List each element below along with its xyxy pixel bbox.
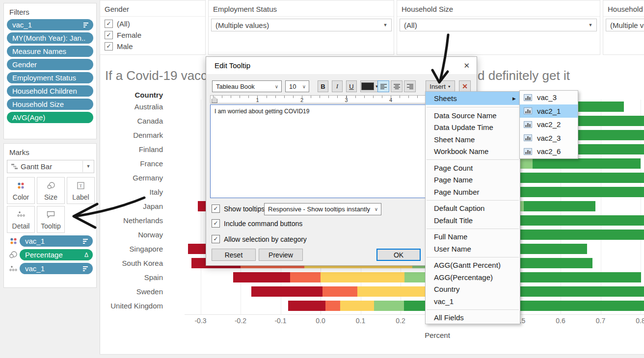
insert-menu-item-page-name[interactable]: Page Name [426, 174, 520, 186]
insert-menu-item-sheets[interactable]: Sheets▶ [426, 92, 520, 105]
allow-selection-checkbox-row[interactable]: ✓ Allow selection by category [212, 235, 307, 243]
country-label-netherlands[interactable]: Netherlands [99, 216, 163, 225]
marks-button-size[interactable]: Size [37, 177, 65, 204]
insert-menu-item-default-caption[interactable]: Default Caption [426, 203, 520, 215]
bar-segment-sweden-strongly-disagree[interactable] [251, 286, 322, 297]
field-pill-vac-1[interactable]: vac_1 [20, 263, 93, 274]
field-pill-employment-status[interactable]: Employment Status [7, 72, 93, 83]
checkbox-checked-icon[interactable]: ✓ [105, 20, 113, 28]
country-label-norway[interactable]: Norway [99, 230, 163, 239]
bar-segment-united-kingdom-strongly-disagree[interactable] [288, 301, 325, 311]
bar-segment-spain-disagree[interactable] [290, 272, 321, 282]
bar-segment-united-kingdom-neutral[interactable] [340, 301, 374, 311]
bar-segment-south-korea-strongly-agree[interactable] [512, 258, 592, 268]
close-icon[interactable]: ✕ [463, 61, 470, 70]
submenu-item-vac_3[interactable]: vac_3 [520, 91, 578, 104]
marks-button-detail[interactable]: Detail [7, 206, 35, 233]
country-label-united-kingdom[interactable]: United Kingdom [99, 302, 163, 310]
bar-segment-spain-neutral[interactable] [321, 272, 404, 282]
field-pill-percentage[interactable]: PercentageΔ [20, 249, 93, 260]
marks-button-label[interactable]: TLabel [67, 177, 95, 204]
field-pill-avg-age-[interactable]: AVG(Age) [7, 112, 93, 123]
include-command-buttons-checkbox-row[interactable]: ✓ Include command buttons [212, 219, 302, 228]
bar-segment-sweden-disagree[interactable] [322, 286, 357, 297]
insert-menu-item-sheet-name[interactable]: Sheet Name [426, 133, 520, 146]
tooltip-mode-select[interactable]: Responsive - Show tooltips instantly ∨ [264, 203, 381, 215]
country-label-canada[interactable]: Canada [99, 117, 163, 125]
insert-button[interactable]: Insert ▼ [426, 80, 455, 92]
country-label-italy[interactable]: Italy [99, 188, 163, 196]
field-pill-measure-names[interactable]: Measure Names [7, 46, 93, 57]
ok-button[interactable]: OK [376, 249, 421, 261]
insert-menu-item-agg-percentage-[interactable]: AGG(Percentage) [426, 271, 520, 283]
submenu-item-vac2_3[interactable]: vac2_3 [520, 131, 578, 145]
country-label-south-korea[interactable]: South Korea [99, 259, 163, 267]
insert-menu-item-page-count[interactable]: Page Count [426, 162, 520, 174]
marks-button-color[interactable]: Color [7, 177, 35, 204]
household-children-filter-dropdown[interactable]: (Multiple valu [606, 19, 644, 31]
gender-option-all[interactable]: ✓(All) [105, 20, 205, 28]
dialog-titlebar[interactable]: Edit Tooltip ✕ [206, 57, 477, 74]
checkbox-checked-icon[interactable]: ✓ [105, 31, 113, 39]
field-pill-vac-1[interactable]: vac_1 [7, 19, 93, 30]
field-pill-household-size[interactable]: Household Size [7, 99, 93, 110]
font-color-button[interactable]: ▼ [360, 80, 379, 92]
gender-option-female[interactable]: ✓Female [105, 31, 205, 39]
country-label-australia[interactable]: Australia [99, 102, 163, 111]
insert-menu-item-vac-1[interactable]: vac_1 [426, 295, 520, 307]
insert-menu-item-page-number[interactable]: Page Number [426, 186, 520, 198]
bar-segment-united-kingdom-agree[interactable] [374, 301, 404, 311]
bold-button[interactable]: B [318, 80, 328, 92]
delete-text-button[interactable]: ✕ [459, 80, 471, 92]
bar-segment-singapore-strongly-agree[interactable] [509, 244, 587, 254]
checkbox-checked-icon[interactable]: ✓ [212, 219, 220, 228]
bar-segment-france-strongly-agree[interactable] [533, 158, 641, 169]
country-label-finland[interactable]: Finland [99, 145, 163, 153]
field-pill-vac-1[interactable]: vac_1 [20, 235, 93, 247]
checkbox-checked-icon[interactable]: ✓ [212, 235, 220, 243]
bar-segment-spain-strongly-disagree[interactable] [233, 272, 290, 282]
bar-segment-sweden-neutral[interactable] [357, 286, 426, 297]
marks-button-tooltip[interactable]: Tooltip [37, 206, 65, 233]
bar-segment-japan-strongly-agree[interactable] [524, 201, 595, 211]
insert-menu-item-user-name[interactable]: User Name [426, 243, 520, 255]
employment-filter-dropdown[interactable]: (Multiple values) ▼ [211, 19, 392, 31]
submenu-item-vac2_6[interactable]: vac2_6 [520, 145, 578, 158]
align-right-button[interactable] [404, 80, 416, 92]
country-label-germany[interactable]: Germany [99, 174, 163, 182]
mark-type-dropdown[interactable]: Gantt Bar ▼ [7, 160, 94, 173]
submenu-item-vac2_2[interactable]: vac2_2 [520, 118, 578, 131]
country-label-japan[interactable]: Japan [99, 202, 163, 210]
country-label-france[interactable]: France [99, 159, 163, 168]
insert-menu-item-data-source-name[interactable]: Data Source Name [426, 109, 520, 122]
align-left-button[interactable] [377, 80, 389, 92]
underline-button[interactable]: U [346, 80, 357, 92]
preview-button[interactable]: Preview [259, 249, 303, 261]
field-pill-household-children[interactable]: Household Children [7, 85, 93, 97]
country-label-singapore[interactable]: Singapore [99, 245, 163, 253]
country-label-denmark[interactable]: Denmark [99, 131, 163, 139]
align-center-button[interactable] [391, 80, 402, 92]
font-size-select[interactable]: 10 ∨ [285, 80, 309, 92]
insert-menu-item-default-title[interactable]: Default Title [426, 214, 520, 227]
checkbox-checked-icon[interactable]: ✓ [212, 205, 220, 213]
font-family-select[interactable]: Tableau Book ∨ [212, 80, 282, 92]
field-pill-gender[interactable]: Gender [7, 59, 93, 70]
field-pill-my-month-year-jan-[interactable]: MY(Month Year): Jan.. [7, 32, 93, 44]
show-tooltips-checkbox-row[interactable]: ✓ Show tooltips [212, 205, 265, 213]
insert-menu-item-workbook-name[interactable]: Workbook Name [426, 146, 520, 158]
country-label-sweden[interactable]: Sweden [99, 287, 163, 296]
bar-segment-united-kingdom-disagree[interactable] [325, 301, 340, 311]
insert-menu-item-all-fields[interactable]: All Fields [426, 312, 520, 324]
checkbox-checked-icon[interactable]: ✓ [105, 42, 113, 51]
country-label-spain[interactable]: Spain [99, 273, 163, 281]
gender-option-male[interactable]: ✓Male [105, 42, 205, 51]
insert-menu-item-data-update-time[interactable]: Data Update Time [426, 122, 520, 134]
horizontal-scrollbar[interactable] [100, 354, 644, 358]
reset-button[interactable]: Reset [212, 249, 256, 261]
insert-menu-item-full-name[interactable]: Full Name [426, 231, 520, 243]
insert-menu-item-agg-gantt-percent-[interactable]: AGG(Gantt Percent) [426, 259, 520, 272]
italic-button[interactable]: I [332, 80, 343, 92]
bar-segment-sweden-strongly-agree[interactable] [512, 286, 644, 297]
household-size-filter-dropdown[interactable]: (All) ▼ [400, 19, 597, 31]
